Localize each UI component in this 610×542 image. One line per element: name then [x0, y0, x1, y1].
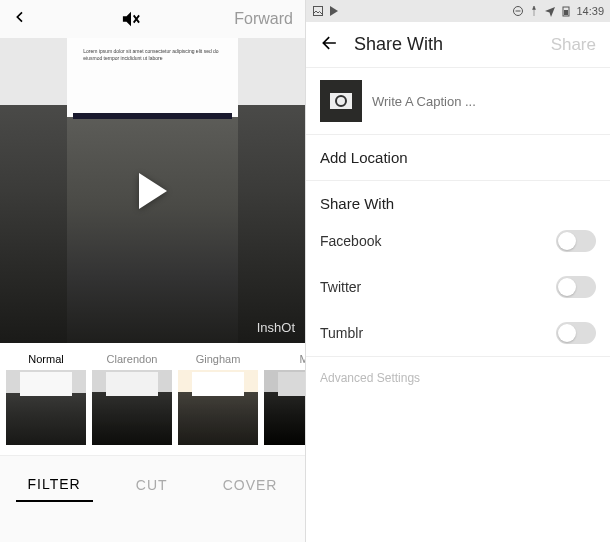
- share-panel: 14:39 Share With Share Add Location Shar…: [305, 0, 610, 542]
- tumblr-label: Tumblr: [320, 325, 363, 341]
- filter-label: Normal: [28, 353, 63, 366]
- share-button[interactable]: Share: [551, 35, 596, 55]
- status-right: 14:39: [512, 5, 604, 17]
- advanced-settings-row[interactable]: Advanced Settings: [306, 356, 610, 399]
- location-icon: [528, 5, 540, 17]
- tab-cover[interactable]: COVER: [211, 469, 290, 501]
- video-document-overlay: Lorem ipsum dolor sit amet consectetur a…: [79, 44, 225, 104]
- filter-item-gingham[interactable]: Gingham: [178, 353, 258, 445]
- editor-header: Forward: [0, 0, 305, 38]
- twitter-label: Twitter: [320, 279, 361, 295]
- facebook-toggle[interactable]: [556, 230, 596, 252]
- filter-item-normal[interactable]: Normal: [6, 353, 86, 445]
- post-thumbnail[interactable]: [320, 80, 362, 122]
- caption-row: [306, 68, 610, 134]
- dnd-icon: [512, 5, 524, 17]
- svg-rect-3: [564, 10, 568, 15]
- filter-thumbnail: [264, 370, 305, 445]
- play-store-icon: [328, 5, 340, 17]
- battery-icon: [560, 5, 572, 17]
- page-title: Share With: [354, 34, 443, 55]
- caption-input[interactable]: [372, 94, 596, 109]
- play-icon[interactable]: [139, 173, 167, 209]
- video-editor-panel: Forward Lorem ipsum dolor sit amet conse…: [0, 0, 305, 542]
- status-left: [312, 5, 340, 17]
- filter-strip: Normal Clarendon Gingham M: [0, 343, 305, 455]
- airplane-icon: [544, 5, 556, 17]
- filter-thumbnail: [178, 370, 258, 445]
- share-twitter-row: Twitter: [306, 264, 610, 310]
- tab-filter[interactable]: FILTER: [16, 468, 93, 502]
- add-location-row[interactable]: Add Location: [306, 134, 610, 180]
- share-header: Share With Share: [306, 22, 610, 68]
- filter-item-clarendon[interactable]: Clarendon: [92, 353, 172, 445]
- share-with-label: Share With: [306, 180, 610, 218]
- filter-thumbnail: [92, 370, 172, 445]
- filter-label: Gingham: [196, 353, 241, 366]
- video-preview[interactable]: Lorem ipsum dolor sit amet consectetur a…: [0, 38, 305, 343]
- back-arrow-icon[interactable]: [320, 33, 340, 57]
- image-icon: [312, 5, 324, 17]
- svg-rect-0: [314, 7, 323, 16]
- forward-button[interactable]: Forward: [234, 10, 293, 28]
- tumblr-toggle[interactable]: [556, 322, 596, 344]
- tab-cut[interactable]: CUT: [124, 469, 180, 501]
- share-tumblr-row: Tumblr: [306, 310, 610, 356]
- filter-thumbnail: [6, 370, 86, 445]
- filter-item-more[interactable]: M: [264, 353, 305, 445]
- share-facebook-row: Facebook: [306, 218, 610, 264]
- video-watermark: InshOt: [257, 320, 295, 335]
- filter-label: Clarendon: [107, 353, 158, 366]
- back-icon[interactable]: [12, 9, 28, 29]
- video-laptop-hinge: [73, 113, 232, 119]
- editor-tabs: FILTER CUT COVER: [0, 455, 305, 513]
- camera-icon: [330, 93, 352, 109]
- mute-icon[interactable]: [120, 10, 142, 28]
- twitter-toggle[interactable]: [556, 276, 596, 298]
- facebook-label: Facebook: [320, 233, 381, 249]
- status-bar: 14:39: [306, 0, 610, 22]
- status-time: 14:39: [576, 5, 604, 17]
